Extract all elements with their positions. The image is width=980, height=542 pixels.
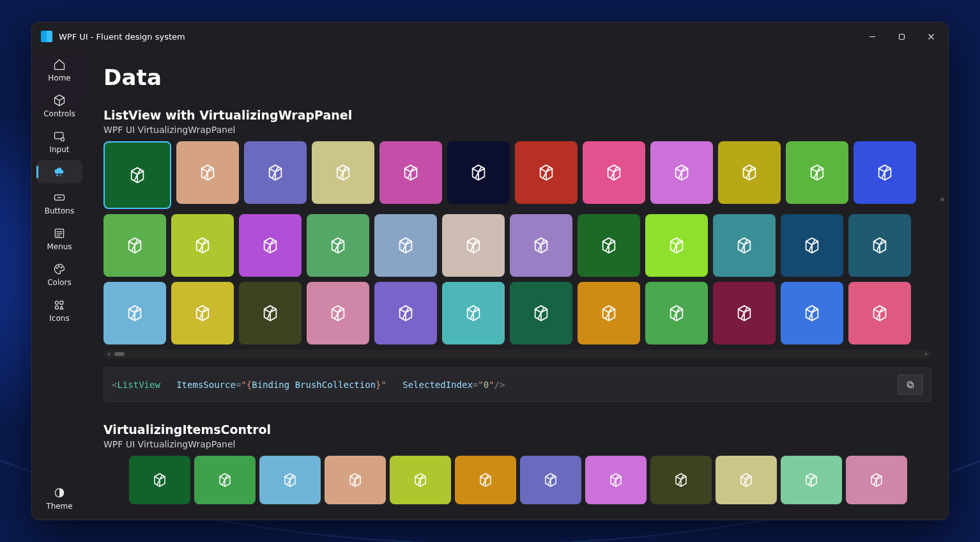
section-subtitle-listview: WPF UI VirtualizingWrapPanel <box>103 125 931 135</box>
brush-tile[interactable] <box>379 141 442 204</box>
sidebar-item-theme[interactable]: Theme <box>36 481 82 515</box>
scroll-right-icon[interactable]: › <box>924 350 928 359</box>
sidebar-item-home[interactable]: Home <box>36 53 82 86</box>
palette-icon <box>53 263 66 275</box>
home-icon <box>53 58 66 71</box>
copy-code-button[interactable] <box>898 375 923 395</box>
brush-tile[interactable] <box>103 282 166 345</box>
button-icon <box>53 191 66 204</box>
brush-tile[interactable] <box>786 141 848 204</box>
svg-point-12 <box>55 306 58 309</box>
brush-tile[interactable] <box>103 141 171 209</box>
scroll-left-icon[interactable]: ‹ <box>107 350 111 359</box>
brush-tile[interactable] <box>390 456 451 504</box>
maximize-button[interactable] <box>887 26 916 47</box>
brush-tile[interactable] <box>578 282 640 345</box>
input-icon <box>53 130 66 143</box>
svg-point-10 <box>55 301 58 304</box>
brush-tile[interactable] <box>515 141 578 204</box>
brush-tile[interactable] <box>194 456 256 504</box>
brush-tile[interactable] <box>650 141 713 204</box>
brush-tile[interactable] <box>716 456 777 504</box>
svg-point-9 <box>61 267 63 268</box>
svg-rect-14 <box>908 383 913 387</box>
sidebar-item-menus[interactable]: Menus <box>36 222 82 255</box>
svg-point-8 <box>58 266 59 267</box>
virtualizing-items-control[interactable] <box>103 456 931 504</box>
brush-tile[interactable] <box>520 456 581 504</box>
brush-tile[interactable] <box>713 282 776 345</box>
cloud-data-icon <box>53 166 66 178</box>
sidebar-item-icons[interactable]: Icons <box>36 293 82 327</box>
brush-tile[interactable] <box>171 282 234 345</box>
sidebar-item-label: Icons <box>49 314 69 323</box>
sidebar-item-label: Buttons <box>45 206 74 215</box>
theme-icon <box>53 486 66 499</box>
brush-tile[interactable] <box>307 282 369 345</box>
brush-tile[interactable] <box>583 141 645 204</box>
close-button[interactable] <box>916 26 946 47</box>
sidebar-item-controls[interactable]: Controls <box>36 89 82 122</box>
main-content: Data ListView with VirtualizingWrapPanel… <box>87 50 948 520</box>
brush-tile[interactable] <box>129 456 190 504</box>
brush-tile[interactable] <box>325 456 386 504</box>
app-logo-icon <box>41 31 52 42</box>
brush-tile[interactable] <box>239 214 302 277</box>
sidebar-item-buttons[interactable]: Buttons <box>36 186 82 219</box>
sidebar-item-label: Menus <box>47 242 72 251</box>
code-sample: <ListView ItemsSource="{Binding BrushCol… <box>103 368 931 402</box>
brush-tile[interactable] <box>585 456 647 504</box>
brush-tile[interactable] <box>171 214 234 277</box>
brush-tile[interactable] <box>510 282 572 345</box>
brush-tile[interactable] <box>374 214 437 277</box>
minimize-button[interactable] <box>857 26 887 47</box>
page-title: Data <box>103 65 931 90</box>
sidebar-item-input[interactable]: Input <box>36 125 82 158</box>
brush-tile[interactable] <box>239 282 302 345</box>
brush-tile[interactable] <box>848 214 911 277</box>
svg-point-2 <box>61 138 65 141</box>
sidebar-item-data[interactable] <box>36 160 82 183</box>
brush-tile[interactable] <box>713 214 776 277</box>
brush-tile[interactable] <box>645 214 708 277</box>
sidebar-item-label: Controls <box>43 109 75 118</box>
section-title-itemscontrol: VirtualizingItemsControl <box>103 422 931 437</box>
brush-tile[interactable] <box>176 141 239 204</box>
vertical-scrollbar-thumb[interactable] <box>940 197 944 201</box>
brush-tile[interactable] <box>312 141 374 204</box>
svg-rect-15 <box>907 382 912 386</box>
sidebar-item-colors[interactable]: Colors <box>36 258 82 291</box>
brush-tile[interactable] <box>455 456 516 504</box>
sidebar-item-label: Home <box>48 74 70 82</box>
brush-tile[interactable] <box>718 141 781 204</box>
sidebar: Home Controls Input Buttons Menus <box>32 50 87 520</box>
svg-rect-0 <box>899 34 904 39</box>
brush-tile[interactable] <box>307 214 369 277</box>
brush-tile[interactable] <box>447 141 510 204</box>
brush-tile[interactable] <box>846 456 907 504</box>
brush-tile[interactable] <box>781 214 843 277</box>
svg-point-4 <box>60 175 61 176</box>
menu-icon <box>53 227 66 240</box>
brush-tile[interactable] <box>781 282 843 345</box>
horizontal-scrollbar[interactable]: ‹ › <box>103 350 931 359</box>
brush-tile[interactable] <box>645 282 708 345</box>
brush-tile[interactable] <box>442 282 505 345</box>
brush-tile[interactable] <box>650 456 712 504</box>
brush-tile[interactable] <box>103 214 166 277</box>
app-window: WPF UI - Fluent design system Home Contr… <box>31 22 949 520</box>
brush-tile[interactable] <box>442 214 505 277</box>
sidebar-item-label: Theme <box>46 502 72 511</box>
brush-tile[interactable] <box>259 456 321 504</box>
brush-tile[interactable] <box>244 141 307 204</box>
brush-tile[interactable] <box>510 214 572 277</box>
brush-tile[interactable] <box>374 282 437 345</box>
brush-tile[interactable] <box>578 214 640 277</box>
titlebar[interactable]: WPF UI - Fluent design system <box>32 22 948 50</box>
brush-tile[interactable] <box>854 141 916 204</box>
sidebar-item-label: Input <box>49 145 69 154</box>
scrollbar-thumb[interactable] <box>114 352 125 356</box>
brush-tile[interactable] <box>848 282 911 345</box>
brush-tile[interactable] <box>781 456 842 504</box>
brush-listview[interactable] <box>103 141 931 345</box>
